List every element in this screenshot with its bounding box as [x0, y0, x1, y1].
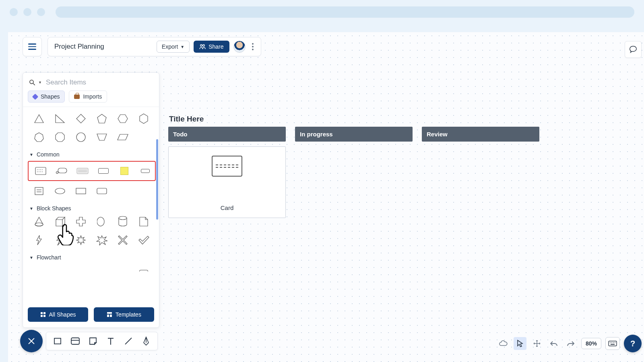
tab-label: Imports [83, 93, 102, 100]
shape-heptagon[interactable] [30, 130, 48, 145]
shape-lightning-bold[interactable] [51, 232, 69, 248]
caret-down-icon: ▼ [29, 206, 33, 211]
column-header[interactable]: Review [422, 127, 539, 142]
caret-down-icon: ▼ [180, 45, 184, 49]
tool-rectangle[interactable] [49, 332, 66, 350]
caret-down-icon[interactable]: ▼ [38, 80, 42, 84]
shape-rounded-rect[interactable] [93, 183, 111, 199]
shape-crescent[interactable] [93, 214, 111, 229]
board-title[interactable]: Title Here [169, 115, 539, 123]
redo-button[interactable] [564, 337, 577, 350]
shape-cylinder[interactable] [114, 214, 132, 229]
search-input[interactable] [46, 78, 153, 86]
shapes-list: ▼ Common [23, 107, 159, 302]
kanban-card[interactable]: Card [168, 146, 286, 218]
column-header[interactable]: In progress [295, 127, 413, 142]
shape-terminator-peek[interactable] [135, 263, 153, 278]
shape-parallelogram[interactable] [114, 130, 132, 145]
shape-keyboard[interactable] [74, 163, 91, 179]
export-label: Export [162, 43, 178, 50]
pointer-tool-button[interactable] [514, 337, 526, 350]
shape-button[interactable] [95, 163, 112, 179]
shape-pentagon[interactable] [93, 111, 111, 126]
shape-label[interactable] [136, 163, 154, 179]
shape-cross[interactable] [72, 214, 90, 229]
avatar[interactable] [233, 41, 246, 53]
comments-button[interactable] [625, 41, 642, 58]
share-button[interactable]: Share [194, 41, 229, 53]
shape-hexagon[interactable] [114, 111, 132, 126]
shape-note[interactable] [30, 183, 48, 199]
cloud-sync-button[interactable] [497, 337, 510, 350]
shape-x[interactable] [114, 232, 132, 248]
shape-cube[interactable] [51, 214, 69, 229]
section-common[interactable]: ▼ Common [28, 148, 157, 160]
tool-sticky[interactable] [84, 332, 102, 350]
button-label: Templates [116, 311, 141, 318]
column-header[interactable]: Todo [168, 127, 286, 142]
shape-circle[interactable] [72, 130, 90, 145]
tool-pen[interactable] [137, 332, 155, 350]
shape-rectangle[interactable] [72, 183, 90, 199]
shape-trapezoid-down[interactable] [93, 130, 111, 145]
kanban-column[interactable]: Review [422, 127, 539, 218]
shape-empty [114, 263, 132, 278]
shape-text-card[interactable] [32, 163, 50, 179]
section-flowchart[interactable]: ▼ Flowchart [28, 251, 157, 263]
zoom-level[interactable]: 80% [581, 338, 601, 349]
tool-container[interactable] [66, 332, 84, 350]
kanban-column[interactable]: Todo Card [168, 127, 286, 218]
svg-rect-40 [110, 315, 112, 317]
section-block-shapes[interactable]: ▼ Block Shapes [28, 202, 157, 214]
shape-cone[interactable] [30, 214, 48, 229]
tab-shapes[interactable]: Shapes [28, 90, 65, 103]
shape-diamond[interactable] [72, 111, 90, 126]
svg-marker-31 [37, 235, 41, 245]
tool-line[interactable] [120, 332, 137, 350]
tool-text[interactable] [102, 332, 120, 350]
svg-rect-15 [35, 167, 46, 175]
shape-checkmark[interactable] [135, 232, 153, 248]
shape-hexagon-vert[interactable] [135, 111, 153, 126]
browser-url-bar[interactable] [56, 6, 634, 18]
shape-burst[interactable] [72, 232, 90, 248]
section-label: Flowchart [37, 254, 61, 261]
shape-ellipse[interactable] [51, 183, 69, 199]
svg-rect-39 [107, 315, 109, 317]
svg-marker-7 [97, 114, 106, 123]
undo-button[interactable] [547, 337, 560, 350]
kanban-board: Title Here Todo Card In progress Review [168, 115, 539, 218]
shape-callout[interactable] [53, 163, 70, 179]
kanban-column[interactable]: In progress [295, 127, 413, 218]
shape-sticky-note[interactable] [116, 163, 133, 179]
shape-folded-corner[interactable] [135, 214, 153, 229]
svg-rect-52 [611, 344, 615, 345]
close-icon [27, 337, 35, 345]
shape-empty [72, 263, 90, 278]
shape-octagon[interactable] [51, 130, 69, 145]
more-menu-button[interactable] [250, 43, 256, 50]
svg-rect-47 [609, 341, 617, 346]
pan-tool-button[interactable] [530, 337, 543, 350]
search-icon[interactable] [29, 79, 36, 86]
share-label: Share [208, 43, 223, 50]
export-button[interactable]: Export ▼ [157, 41, 190, 53]
scrollbar[interactable] [156, 139, 158, 220]
templates-button[interactable]: Templates [94, 307, 154, 322]
all-shapes-button[interactable]: All Shapes [28, 307, 88, 322]
menu-button[interactable] [23, 37, 42, 56]
shape-right-triangle[interactable] [51, 111, 69, 126]
tab-imports[interactable]: Imports [69, 90, 107, 103]
grid-icon [40, 312, 46, 317]
svg-marker-11 [56, 133, 64, 142]
shape-explosion[interactable] [93, 232, 111, 248]
layout-icon [107, 312, 112, 317]
document-title[interactable]: Project Planning [54, 43, 104, 51]
help-button[interactable]: ? [624, 335, 642, 352]
svg-point-1 [203, 45, 204, 46]
shape-triangle[interactable] [30, 111, 48, 126]
diamond-icon [32, 93, 39, 100]
close-panel-button[interactable] [20, 330, 43, 352]
shape-lightning[interactable] [30, 232, 48, 248]
keyboard-shortcuts-button[interactable] [605, 337, 620, 350]
